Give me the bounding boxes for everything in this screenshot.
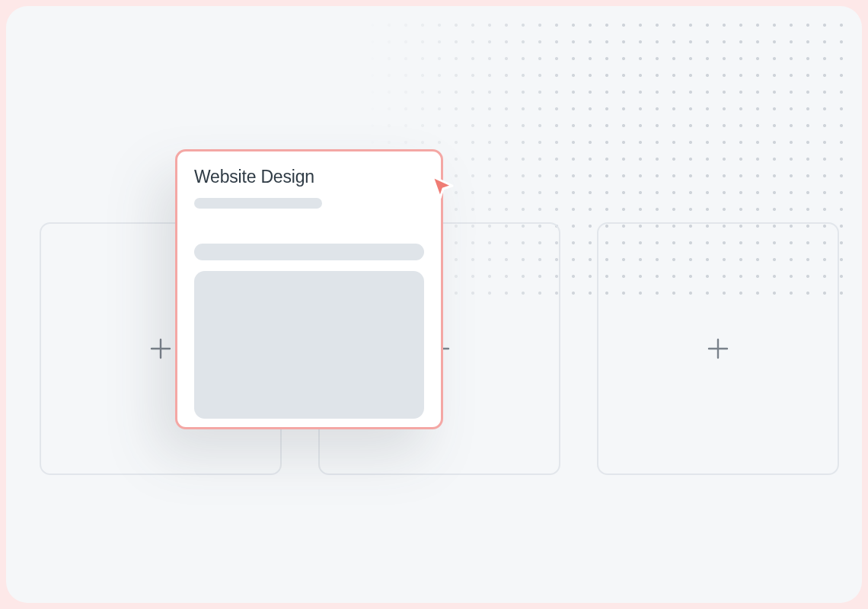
- plus-icon: [149, 337, 172, 360]
- dragged-card-wrap: Website Design: [175, 149, 443, 429]
- skeleton-block: [194, 271, 424, 419]
- drop-zone-slot[interactable]: [597, 222, 839, 475]
- canvas-stage: Website Design: [6, 6, 862, 603]
- project-card-title: Website Design: [194, 167, 424, 187]
- project-card[interactable]: Website Design: [175, 149, 443, 429]
- skeleton-line-short: [194, 198, 322, 209]
- drag-cursor-icon: [426, 172, 457, 202]
- skeleton-line-long: [194, 244, 424, 260]
- plus-icon: [707, 337, 729, 360]
